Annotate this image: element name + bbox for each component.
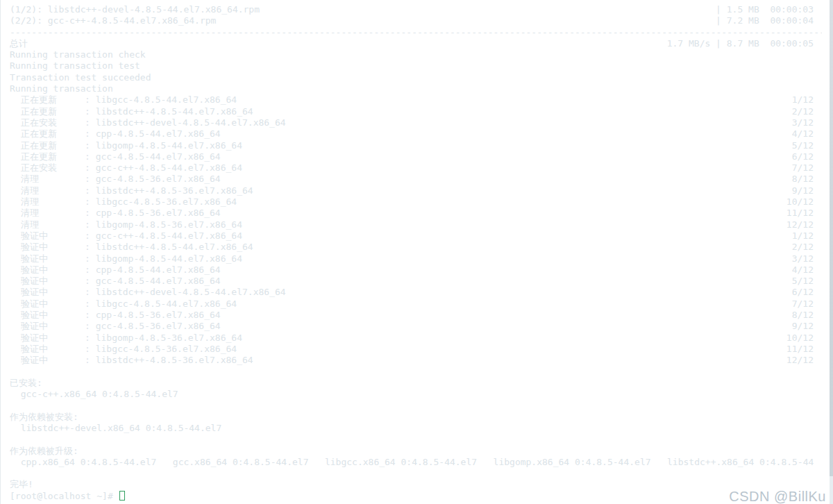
line-text: Running transaction check [10,49,146,60]
transaction-status: 清理 [21,208,85,219]
transaction-line: 清理: cpp-4.8.5-36.el7.x86_6411/12 [10,208,814,219]
transaction-line: 正在更新: libstdc++-4.8.5-44.el7.x86_642/12 [10,106,814,117]
terminal-output[interactable]: (1/2): libstdc++-devel-4.8.5-44.el7.x86_… [0,0,833,504]
transaction-count: 9/12 [792,321,814,332]
transaction-status: 验证中 [21,310,85,321]
scrollbar-thumb[interactable] [830,476,833,504]
line-stats: 1.7 MB/s | 8.7 MB 00:00:05 [667,38,814,49]
blank-line [10,434,15,445]
transaction-line: 验证中: libstdc++-devel-4.8.5-44.el7.x86_64… [10,287,814,298]
transaction-count: 8/12 [792,174,814,185]
transaction-status: 正在更新 [21,128,85,140]
transaction-count: 10/12 [786,333,814,344]
package-name: : gcc-4.8.5-36.el7.x86_64 [85,174,221,185]
transaction-count: 4/12 [792,128,814,140]
blank-line [10,367,15,378]
line-text: 作为依赖被安装: [10,412,78,423]
transaction-line: 正在更新: cpp-4.8.5-44.el7.x86_644/12 [10,128,814,140]
watermark: CSDN @BillKu [729,491,826,502]
line-text: gcc-c++.x86_64 0:4.8.5-44.el7 [10,389,178,400]
transaction-count: 11/12 [786,208,814,219]
terminal-line: (1/2): libstdc++-devel-4.8.5-44.el7.x86_… [10,4,814,15]
transaction-status: 验证中 [21,276,85,287]
transaction-count: 7/12 [792,299,814,310]
transaction-status: 验证中 [21,321,85,332]
terminal-line: Running transaction [10,83,814,94]
terminal-line: (2/2): gcc-c++-4.8.5-44.el7.x86_64.rpm| … [10,15,814,26]
transaction-count: 3/12 [792,253,814,264]
line-text: (1/2): libstdc++-devel-4.8.5-44.el7.x86_… [10,4,260,15]
terminal-line: 已安装: [10,378,814,389]
package-name: : libgcc-4.8.5-44.el7.x86_64 [85,299,237,310]
package-name: : cpp-4.8.5-36.el7.x86_64 [85,310,221,321]
package-name: : libstdc++-devel-4.8.5-44.el7.x86_64 [85,117,286,128]
blank-line [10,400,15,411]
line-text: (2/2): gcc-c++-4.8.5-44.el7.x86_64.rpm [10,15,216,26]
terminal-line: gcc-c++.x86_64 0:4.8.5-44.el7 [10,389,814,400]
line-text: Running transaction test [10,60,140,72]
transaction-line: 验证中: gcc-4.8.5-44.el7.x86_645/12 [10,276,814,287]
transaction-status: 验证中 [21,355,85,366]
transaction-status: 清理 [21,219,85,230]
transaction-count: 9/12 [792,185,814,196]
terminal-window: (1/2): libstdc++-devel-4.8.5-44.el7.x86_… [0,0,833,504]
package-name: : cpp-4.8.5-44.el7.x86_64 [85,128,221,140]
transaction-status: 验证中 [21,242,85,253]
transaction-line: 验证中: libgomp-4.8.5-44.el7.x86_643/12 [10,253,814,264]
transaction-count: 4/12 [792,264,814,276]
transaction-count: 1/12 [792,94,814,106]
package-name: : gcc-4.8.5-36.el7.x86_64 [85,321,221,332]
transaction-status: 正在更新 [21,151,85,162]
line-text: 完毕! [10,479,33,490]
line-text: 总计 [10,38,28,49]
transaction-count: 6/12 [792,287,814,298]
transaction-count: 8/12 [792,310,814,321]
package-name: : libgcc-4.8.5-44.el7.x86_64 [85,94,237,106]
transaction-status: 正在安装 [21,117,85,128]
package-name: : cpp-4.8.5-44.el7.x86_64 [85,264,221,276]
transaction-status: 正在更新 [21,106,85,117]
transaction-status: 正在更新 [21,94,85,106]
terminal-line: cpp.x86_64 0:4.8.5-44.el7 gcc.x86_64 0:4… [10,457,814,468]
transaction-count: 11/12 [786,344,814,355]
transaction-status: 验证中 [21,333,85,344]
terminal-line: 总计1.7 MB/s | 8.7 MB 00:00:05 [10,38,814,49]
scrollbar[interactable] [830,0,833,504]
package-name: : libstdc++-devel-4.8.5-44.el7.x86_64 [85,287,286,298]
package-name: : gcc-c++-4.8.5-44.el7.x86_64 [85,162,242,174]
package-name: : cpp-4.8.5-36.el7.x86_64 [85,208,221,219]
package-name: : gcc-4.8.5-44.el7.x86_64 [85,151,221,162]
transaction-line: 清理: libgcc-4.8.5-36.el7.x86_6410/12 [10,196,814,208]
package-name: : libstdc++-4.8.5-36.el7.x86_64 [85,355,253,366]
line-text: Transaction test succeeded [10,72,151,83]
transaction-count: 5/12 [792,140,814,151]
terminal-line: 作为依赖被升级: [10,446,814,457]
transaction-count: 12/12 [786,355,814,366]
terminal-line: libstdc++-devel.x86_64 0:4.8.5-44.el7 [10,423,814,434]
transaction-count: 3/12 [792,117,814,128]
transaction-line: 验证中: libgcc-4.8.5-44.el7.x86_647/12 [10,299,814,310]
package-name: : libgomp-4.8.5-36.el7.x86_64 [85,333,242,344]
transaction-status: 正在安装 [21,162,85,174]
package-name: : libgomp-4.8.5-44.el7.x86_64 [85,140,242,151]
transaction-line: 验证中: cpp-4.8.5-36.el7.x86_648/12 [10,310,814,321]
transaction-status: 验证中 [21,230,85,242]
transaction-count: 5/12 [792,276,814,287]
transaction-status: 验证中 [21,253,85,264]
transaction-status: 清理 [21,174,85,185]
transaction-line: 验证中: libstdc++-4.8.5-44.el7.x86_642/12 [10,242,814,253]
terminal-line [10,434,814,445]
terminal-line: Transaction test succeeded [10,72,814,83]
terminal-line [10,400,814,411]
line-text: Running transaction [10,83,113,94]
package-name: : gcc-c++-4.8.5-44.el7.x86_64 [85,230,242,242]
dashes: ----------------------------------------… [10,27,822,38]
transaction-line: 验证中: gcc-c++-4.8.5-44.el7.x86_641/12 [10,230,814,242]
transaction-line: 验证中: libgcc-4.8.5-36.el7.x86_6411/12 [10,344,814,355]
terminal-line: Running transaction check [10,49,814,60]
terminal-line: Running transaction test [10,60,814,72]
line-text: 已安装: [10,378,42,389]
transaction-count: 2/12 [792,242,814,253]
package-name: : libstdc++-4.8.5-44.el7.x86_64 [85,106,253,117]
package-name: : libgcc-4.8.5-36.el7.x86_64 [85,344,237,355]
